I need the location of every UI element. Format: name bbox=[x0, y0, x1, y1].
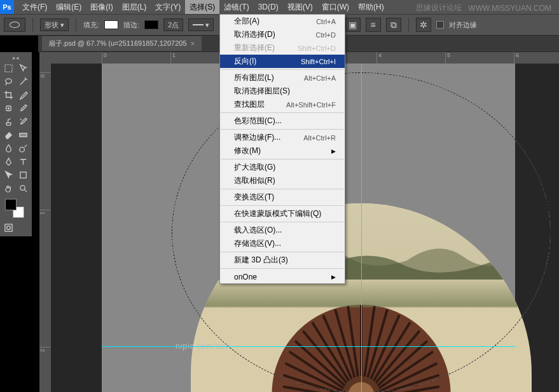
eyedropper-tool[interactable] bbox=[16, 88, 30, 101]
shape-mode-dropdown[interactable]: 形状▾ bbox=[40, 18, 69, 31]
menu-item[interactable]: 取消选择图层(S) bbox=[220, 84, 345, 98]
tool-preset-button[interactable] bbox=[4, 18, 25, 32]
clone-stamp-tool[interactable] bbox=[1, 115, 15, 128]
dodge-tool[interactable] bbox=[16, 142, 30, 154]
ellipse-icon bbox=[10, 22, 20, 28]
menu-item-shortcut: Ctrl+A bbox=[316, 18, 336, 25]
stroke-style-dropdown[interactable]: ▾ bbox=[188, 18, 214, 31]
marquee-tool[interactable] bbox=[1, 62, 15, 74]
menu-选择[interactable]: 选择(S) bbox=[185, 0, 219, 14]
document-title: 扇子.psd @ 67.7% (u=2511691857,1207205 bbox=[48, 39, 187, 48]
menu-帮助[interactable]: 帮助(H) bbox=[354, 0, 389, 14]
menu-item[interactable]: 载入选区(O)... bbox=[220, 224, 345, 237]
menu-item[interactable]: 存储选区(V)... bbox=[220, 237, 345, 250]
menu-item-label: 新建 3D 凸出(3) bbox=[234, 255, 288, 266]
pen-tool[interactable] bbox=[1, 155, 15, 168]
svg-rect-3 bbox=[19, 133, 26, 137]
toolbox-grip[interactable]: ▸◂ bbox=[1, 55, 31, 61]
menu-item-label: 所有图层(L) bbox=[234, 72, 274, 83]
menu-文字[interactable]: 文字(Y) bbox=[151, 0, 185, 14]
menu-item[interactable]: 在快速蒙版模式下编辑(Q) bbox=[220, 207, 345, 220]
brush-tool[interactable] bbox=[16, 102, 30, 114]
menu-item[interactable]: 变换选区(T) bbox=[220, 191, 345, 204]
menu-3d[interactable]: 3D(D) bbox=[254, 0, 283, 14]
ruler-tick: 1 bbox=[170, 52, 176, 64]
hand-tool[interactable] bbox=[1, 182, 15, 194]
menu-视图[interactable]: 视图(V) bbox=[283, 0, 317, 14]
move-tool[interactable] bbox=[16, 62, 30, 74]
blur-tool[interactable] bbox=[1, 142, 15, 154]
menu-separator bbox=[221, 252, 344, 252]
lasso-tool[interactable] bbox=[1, 75, 15, 88]
menu-item: 重新选择(E)Shift+Ctrl+D bbox=[220, 41, 345, 55]
eraser-tool[interactable] bbox=[1, 128, 15, 141]
menu-item-label: 查找图层 bbox=[234, 99, 265, 110]
path-operations-button[interactable]: ▣ bbox=[345, 18, 361, 32]
stroke-width-input[interactable]: 2点 bbox=[163, 18, 183, 31]
foreground-color-swatch[interactable] bbox=[5, 199, 17, 210]
align-edges-label: 对齐边缘 bbox=[449, 20, 477, 30]
document-tab[interactable]: 扇子.psd @ 67.7% (u=2511691857,1207205 × bbox=[42, 36, 202, 51]
align-edges-checkbox[interactable] bbox=[436, 21, 444, 29]
menu-item-label: 取消选择(D) bbox=[234, 29, 275, 40]
magic-wand-tool[interactable] bbox=[16, 75, 30, 88]
menu-item-label: 载入选区(O)... bbox=[234, 225, 282, 236]
menu-滤镜[interactable]: 滤镜(T) bbox=[219, 0, 253, 14]
menu-item-label: 变换选区(T) bbox=[234, 192, 274, 203]
geometry-options-button[interactable]: ✲ bbox=[416, 18, 431, 32]
menu-item-label: 色彩范围(C)... bbox=[234, 116, 282, 126]
zoom-tool[interactable] bbox=[16, 182, 30, 194]
menu-文件[interactable]: 文件(F) bbox=[18, 0, 52, 14]
menu-item[interactable]: 新建 3D 凸出(3) bbox=[220, 253, 345, 267]
menu-item-label: 在快速蒙版模式下编辑(Q) bbox=[234, 208, 321, 219]
menu-separator bbox=[221, 268, 344, 269]
path-arrangement-button[interactable]: ⧉ bbox=[386, 18, 401, 32]
menu-item[interactable]: 全部(A)Ctrl+A bbox=[220, 15, 345, 28]
quick-mask-toggle[interactable] bbox=[1, 221, 15, 234]
type-tool[interactable] bbox=[16, 155, 30, 168]
menu-separator bbox=[221, 69, 344, 70]
toolbox: ▸◂ bbox=[0, 52, 32, 236]
menu-item[interactable]: 查找图层Alt+Shift+Ctrl+F bbox=[220, 98, 345, 111]
menu-item[interactable]: 扩大选取(G) bbox=[220, 161, 345, 174]
menu-编辑[interactable]: 编辑(E) bbox=[52, 0, 86, 14]
guide-vertical[interactable] bbox=[361, 64, 362, 392]
stroke-swatch[interactable] bbox=[144, 20, 158, 29]
fill-swatch[interactable] bbox=[104, 20, 118, 29]
menu-separator bbox=[221, 222, 344, 222]
menu-图像[interactable]: 图像(I) bbox=[86, 0, 117, 14]
svg-point-8 bbox=[6, 226, 10, 229]
path-selection-tool[interactable] bbox=[1, 168, 15, 181]
crop-tool[interactable] bbox=[1, 88, 15, 101]
ruler-vertical[interactable]: 012 bbox=[39, 64, 51, 392]
shape-tool[interactable] bbox=[16, 168, 30, 181]
menu-separator bbox=[221, 112, 344, 113]
menu-separator bbox=[221, 129, 344, 130]
ruler-origin[interactable] bbox=[39, 52, 51, 64]
menu-item[interactable]: 色彩范围(C)... bbox=[220, 114, 345, 128]
menu-item[interactable]: 选取相似(R) bbox=[220, 174, 345, 187]
healing-brush-tool[interactable] bbox=[1, 102, 15, 114]
guide-horizontal[interactable] bbox=[102, 346, 515, 347]
submenu-arrow-icon: ▶ bbox=[331, 274, 336, 280]
menu-item[interactable]: 反向(I)Shift+Ctrl+I bbox=[220, 55, 345, 68]
menu-图层[interactable]: 图层(L) bbox=[118, 0, 151, 14]
close-icon[interactable]: × bbox=[191, 39, 195, 48]
watermark-site: 思缘设计论坛 bbox=[416, 3, 462, 13]
gradient-tool[interactable] bbox=[16, 128, 30, 141]
menu-separator bbox=[221, 205, 344, 206]
menu-窗口[interactable]: 窗口(W) bbox=[317, 0, 354, 14]
menu-item-shortcut: Ctrl+D bbox=[316, 31, 336, 39]
menu-item-label: 存储选区(V)... bbox=[234, 238, 281, 249]
menu-item[interactable]: 所有图层(L)Alt+Ctrl+A bbox=[220, 71, 345, 84]
history-brush-tool[interactable] bbox=[16, 115, 30, 128]
watermark-url: WWW.MISSYUAN.COM bbox=[468, 4, 551, 13]
menu-item[interactable]: 修改(M)▶ bbox=[220, 144, 345, 158]
menu-item-label: 扩大选取(G) bbox=[234, 162, 275, 173]
menu-item[interactable]: 调整边缘(F)...Alt+Ctrl+R bbox=[220, 131, 345, 144]
menu-item[interactable]: 取消选择(D)Ctrl+D bbox=[220, 28, 345, 41]
color-wells[interactable] bbox=[1, 198, 31, 220]
menu-item[interactable]: onOne▶ bbox=[220, 270, 345, 283]
menu-item-label: 调整边缘(F)... bbox=[234, 132, 280, 143]
path-alignment-button[interactable]: ≡ bbox=[366, 18, 381, 32]
